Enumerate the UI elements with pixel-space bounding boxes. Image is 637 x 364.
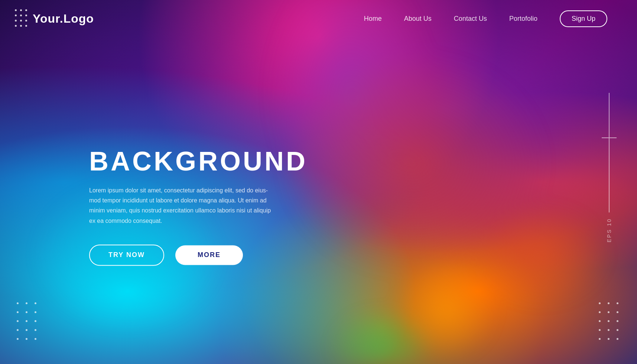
nav-home[interactable]: Home bbox=[364, 15, 382, 23]
dot bbox=[26, 311, 27, 313]
dot bbox=[26, 338, 27, 340]
dot bbox=[599, 320, 601, 322]
logo-dot bbox=[20, 20, 22, 22]
more-button[interactable]: MORE bbox=[175, 245, 243, 265]
dot bbox=[26, 329, 27, 331]
logo-dot bbox=[20, 14, 22, 16]
dot bbox=[617, 320, 618, 322]
hero-title: BACKGROUND bbox=[89, 146, 297, 176]
dot bbox=[617, 329, 618, 331]
logo-dot bbox=[15, 14, 17, 16]
dot bbox=[35, 320, 36, 322]
try-now-button[interactable]: TRY NOW bbox=[89, 244, 164, 266]
dot bbox=[35, 329, 36, 331]
logo: Your.Logo bbox=[15, 9, 94, 28]
dot bbox=[17, 338, 19, 340]
dot bbox=[599, 302, 601, 304]
logo-dots bbox=[15, 9, 28, 28]
eps-label: EPS 10 bbox=[606, 218, 612, 242]
hero-description: Lorem ipsum dolor sit amet, consectetur … bbox=[89, 185, 275, 226]
nav-about[interactable]: About Us bbox=[404, 15, 432, 23]
dot bbox=[35, 302, 36, 304]
logo-dot bbox=[25, 14, 27, 16]
nav-contact[interactable]: Contact Us bbox=[454, 15, 487, 23]
dot bbox=[599, 338, 601, 340]
dot bbox=[608, 320, 610, 322]
dot bbox=[608, 311, 610, 313]
nav-links: Home About Us Contact Us Portofolio Sign… bbox=[364, 10, 607, 27]
vertical-line-top bbox=[609, 93, 610, 137]
logo-dot bbox=[20, 9, 22, 11]
logo-dot bbox=[15, 9, 17, 11]
dot bbox=[17, 320, 19, 322]
dot bbox=[608, 338, 610, 340]
navbar: Your.Logo Home About Us Contact Us Porto… bbox=[0, 0, 637, 37]
dot bbox=[608, 329, 610, 331]
decorative-dots-right bbox=[599, 302, 620, 342]
dot bbox=[35, 311, 36, 313]
dot bbox=[26, 302, 27, 304]
dot bbox=[26, 320, 27, 322]
logo-dot bbox=[25, 9, 27, 11]
logo-dot bbox=[25, 20, 27, 22]
dot bbox=[599, 329, 601, 331]
hero-buttons: TRY NOW MORE bbox=[89, 244, 297, 266]
dot bbox=[17, 311, 19, 313]
dot bbox=[35, 338, 36, 340]
dot bbox=[617, 311, 618, 313]
dot bbox=[617, 338, 618, 340]
dot bbox=[608, 302, 610, 304]
right-decoration: EPS 10 bbox=[602, 93, 617, 242]
nav-portfolio[interactable]: Portofolio bbox=[509, 15, 537, 23]
logo-dot bbox=[25, 25, 27, 27]
dot bbox=[17, 329, 19, 331]
decorative-dots-left bbox=[17, 302, 38, 342]
dot bbox=[599, 311, 601, 313]
hero-section: BACKGROUND Lorem ipsum dolor sit amet, c… bbox=[89, 146, 297, 266]
logo-text: Your.Logo bbox=[33, 12, 94, 26]
dot bbox=[617, 302, 618, 304]
logo-dot bbox=[15, 25, 17, 27]
vertical-line-bottom bbox=[609, 138, 610, 212]
logo-dot bbox=[20, 25, 22, 27]
signup-button[interactable]: Sign Up bbox=[560, 10, 607, 27]
dot bbox=[17, 302, 19, 304]
logo-dot bbox=[15, 20, 17, 22]
